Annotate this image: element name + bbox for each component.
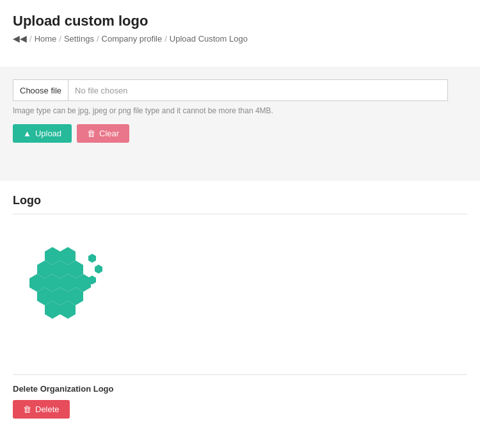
upload-label: Upload [35, 129, 61, 138]
file-name-display: No file chosen [68, 86, 134, 95]
logo-divider [13, 214, 467, 214]
delete-org-logo-title: Delete Organization Logo [13, 384, 467, 394]
upload-icon: ▲ [23, 129, 31, 138]
upload-button[interactable]: ▲ Upload [13, 124, 72, 143]
delete-divider [13, 374, 467, 375]
file-input-row: Choose file No file chosen [13, 79, 467, 101]
breadcrumb-company-profile[interactable]: Company profile [102, 34, 163, 44]
svg-marker-12 [88, 254, 96, 263]
delete-button[interactable]: 🗑 Delete [13, 400, 70, 419]
action-buttons: ▲ Upload 🗑 Clear [13, 124, 467, 143]
trash-icon-delete: 🗑 [23, 404, 31, 414]
logo-section: Logo [0, 181, 480, 368]
choose-file-button[interactable]: Choose file [13, 80, 68, 100]
file-input-wrapper: Choose file No file chosen [13, 79, 448, 101]
delete-label: Delete [35, 404, 60, 414]
upload-section: Choose file No file chosen Image type ca… [0, 67, 480, 156]
file-hint-text: Image type can be jpg, jpeg or png file … [13, 106, 467, 115]
delete-section: Delete Organization Logo 🗑 Delete [0, 368, 480, 431]
breadcrumb: ◀◀ / Home / Settings / Company profile /… [13, 33, 467, 44]
company-logo [19, 234, 122, 336]
logo-display [13, 227, 467, 349]
breadcrumb-settings[interactable]: Settings [64, 34, 94, 44]
trash-icon-clear: 🗑 [87, 129, 95, 138]
clear-label: Clear [99, 129, 119, 138]
logo-section-title: Logo [13, 194, 467, 207]
breadcrumb-current: Upload Custom Logo [170, 34, 248, 44]
page-title: Upload custom logo [13, 13, 467, 29]
breadcrumb-home[interactable]: Home [35, 34, 57, 44]
section-divider [0, 156, 480, 181]
home-icon: ◀◀ [13, 33, 27, 44]
svg-marker-13 [95, 265, 102, 274]
clear-button[interactable]: 🗑 Clear [77, 124, 129, 143]
